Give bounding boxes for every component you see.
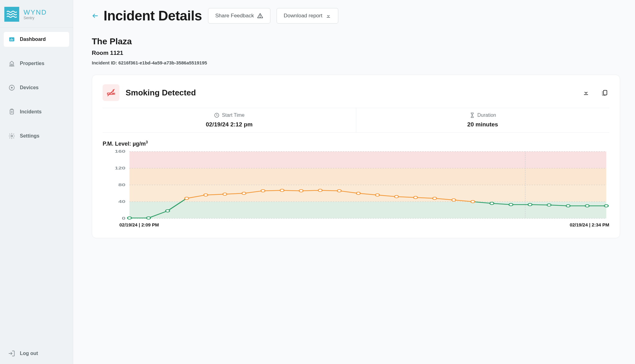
svg-point-85	[585, 205, 589, 207]
sidebar-item-label: Properties	[20, 61, 44, 66]
svg-point-67	[242, 192, 246, 195]
svg-line-44	[282, 191, 301, 191]
sidebar-item-properties[interactable]: Properties	[4, 56, 69, 71]
brand-name: WYND	[24, 8, 47, 16]
svg-point-77	[433, 197, 437, 200]
svg-point-82	[528, 203, 532, 206]
svg-point-73	[356, 192, 360, 195]
info-row: Start Time 02/19/24 2:12 pm Duration 20 …	[103, 108, 609, 133]
logout-icon	[8, 350, 16, 357]
clock-icon	[214, 112, 220, 118]
svg-point-65	[204, 194, 208, 196]
property-name: The Plaza	[92, 37, 620, 46]
svg-point-61	[127, 217, 131, 219]
svg-rect-15	[326, 17, 330, 18]
download-report-label: Download report	[284, 13, 322, 19]
page-title: Incident Details	[104, 8, 202, 24]
smoking-icon	[103, 84, 119, 101]
duration-cell: Duration 20 minutes	[356, 108, 610, 132]
svg-line-57	[530, 204, 549, 205]
svg-point-69	[280, 189, 284, 192]
incident-meta: The Plaza Room 1121 Incident ID: 6216f36…	[92, 37, 620, 65]
sidebar: WYND Sentry DashboardPropertiesDevicesIn…	[0, 0, 73, 364]
svg-point-75	[394, 195, 398, 198]
svg-rect-24	[130, 151, 606, 168]
sidebar-item-label: Dashboard	[20, 37, 46, 42]
dashboard-icon	[8, 36, 16, 43]
incident-id: Incident ID: 6216f361-e1bd-4a59-a73b-358…	[92, 60, 620, 65]
sidebar-item-label: Incidents	[20, 109, 42, 115]
svg-point-72	[337, 190, 341, 192]
svg-point-71	[318, 189, 322, 192]
logout-button[interactable]: Log out	[0, 344, 73, 364]
start-time-cell: Start Time 02/19/24 2:12 pm	[103, 108, 356, 132]
svg-rect-19	[603, 90, 607, 95]
alert-title: Smoking Detected	[126, 88, 196, 98]
sidebar-item-incidents[interactable]: Incidents	[4, 104, 69, 119]
svg-point-63	[166, 210, 170, 212]
back-arrow-icon[interactable]	[92, 12, 99, 19]
warning-icon	[257, 13, 263, 19]
brand-logo-icon	[4, 7, 19, 22]
svg-point-10	[11, 135, 13, 137]
x-axis-end: 02/19/24 | 2:34 PM	[570, 222, 609, 227]
svg-point-68	[261, 190, 265, 192]
svg-rect-1	[10, 39, 11, 41]
svg-rect-23	[130, 168, 606, 185]
svg-rect-7	[10, 110, 14, 114]
incident-card: Smoking Detected	[92, 75, 620, 238]
svg-point-74	[375, 194, 380, 196]
svg-line-45	[301, 191, 320, 191]
download-report-button[interactable]: Download report	[277, 8, 338, 24]
chart-title: P.M. Level: µg/m3	[103, 140, 609, 147]
svg-point-86	[604, 205, 608, 207]
sidebar-item-dashboard[interactable]: Dashboard	[4, 32, 69, 47]
svg-point-62	[147, 217, 151, 219]
share-feedback-label: Share Feedback	[215, 13, 254, 19]
svg-point-76	[414, 196, 418, 199]
brand-sub: Sentry	[24, 16, 47, 20]
svg-point-78	[452, 199, 456, 201]
svg-point-70	[299, 190, 303, 192]
clipboard-icon	[8, 108, 16, 116]
sidebar-item-devices[interactable]: Devices	[4, 80, 69, 95]
svg-rect-4	[11, 64, 12, 66]
svg-point-14	[260, 17, 260, 17]
svg-point-84	[566, 205, 570, 207]
device-icon	[8, 84, 16, 91]
main-content: Incident Details Share Feedback Download…	[73, 0, 635, 364]
sidebar-item-label: Settings	[20, 133, 39, 139]
room-name: Room 1121	[92, 50, 620, 56]
start-time-label: Start Time	[222, 112, 245, 118]
svg-line-43	[263, 191, 282, 191]
x-axis-start: 02/19/24 | 2:09 PM	[119, 222, 159, 227]
logout-label: Log out	[20, 351, 38, 356]
duration-value: 20 minutes	[359, 121, 606, 128]
svg-text:120: 120	[115, 166, 126, 170]
svg-point-80	[490, 202, 494, 204]
download-icon	[326, 13, 331, 19]
svg-rect-2	[11, 38, 12, 40]
svg-rect-21	[130, 202, 606, 218]
chart-area: 04080120160 02/19/24 | 2:09 PM 02/19/24 …	[103, 150, 609, 227]
svg-text:0: 0	[122, 216, 126, 221]
svg-rect-22	[130, 185, 606, 202]
svg-line-46	[320, 191, 340, 191]
sidebar-item-settings[interactable]: Settings	[4, 129, 69, 143]
duration-label: Duration	[477, 112, 496, 118]
copy-icon[interactable]	[600, 88, 609, 97]
brand-logo-row: WYND Sentry	[0, 4, 73, 28]
svg-rect-3	[12, 39, 13, 41]
hourglass-icon	[469, 112, 475, 118]
card-header: Smoking Detected	[103, 84, 609, 101]
svg-point-81	[509, 203, 513, 206]
svg-rect-18	[584, 94, 588, 95]
svg-text:80: 80	[118, 182, 126, 187]
building-icon	[8, 60, 16, 67]
svg-text:40: 40	[118, 199, 126, 204]
svg-point-6	[11, 87, 13, 89]
card-download-icon[interactable]	[581, 88, 591, 97]
share-feedback-button[interactable]: Share Feedback	[208, 8, 270, 24]
svg-point-64	[185, 197, 189, 200]
sidebar-nav: DashboardPropertiesDevicesIncidentsSetti…	[0, 28, 73, 344]
